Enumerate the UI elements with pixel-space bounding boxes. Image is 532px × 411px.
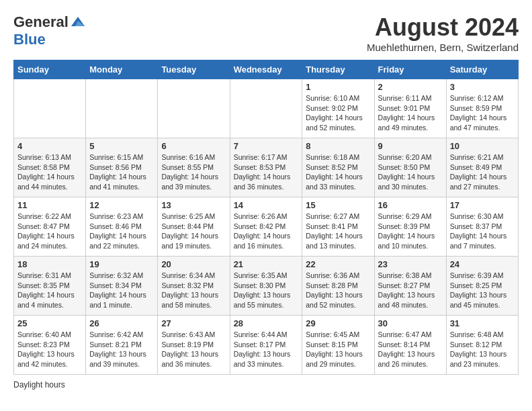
day-info: Sunrise: 6:43 AMSunset: 8:19 PMDaylight:… [161, 330, 226, 369]
calendar-cell: 14Sunrise: 6:26 AMSunset: 8:42 PMDayligh… [230, 197, 302, 257]
day-of-week-header: Saturday [446, 60, 518, 79]
day-info: Sunrise: 6:15 AMSunset: 8:56 PMDaylight:… [89, 152, 154, 192]
day-info: Sunrise: 6:32 AMSunset: 8:34 PMDaylight:… [89, 271, 154, 310]
day-number: 25 [17, 318, 82, 328]
logo: General Blue [13, 13, 86, 48]
day-info: Sunrise: 6:13 AMSunset: 8:58 PMDaylight:… [17, 152, 82, 192]
day-info: Sunrise: 6:11 AMSunset: 9:01 PMDaylight:… [378, 93, 443, 133]
day-info: Sunrise: 6:10 AMSunset: 9:02 PMDaylight:… [306, 93, 370, 133]
calendar-header-row: SundayMondayTuesdayWednesdayThursdayFrid… [14, 60, 519, 79]
logo-icon [70, 14, 86, 30]
day-info: Sunrise: 6:21 AMSunset: 8:49 PMDaylight:… [450, 152, 515, 192]
day-info: Sunrise: 6:42 AMSunset: 8:21 PMDaylight:… [89, 330, 154, 369]
calendar-cell: 17Sunrise: 6:30 AMSunset: 8:37 PMDayligh… [446, 197, 518, 257]
day-info: Sunrise: 6:38 AMSunset: 8:27 PMDaylight:… [378, 271, 443, 310]
day-info: Sunrise: 6:27 AMSunset: 8:41 PMDaylight:… [306, 212, 370, 251]
day-info: Sunrise: 6:23 AMSunset: 8:46 PMDaylight:… [89, 212, 154, 251]
calendar-cell: 13Sunrise: 6:25 AMSunset: 8:44 PMDayligh… [158, 197, 230, 257]
calendar-cell [86, 79, 158, 138]
day-number: 15 [306, 200, 370, 210]
calendar-cell: 19Sunrise: 6:32 AMSunset: 8:34 PMDayligh… [86, 257, 158, 316]
day-of-week-header: Tuesday [158, 60, 230, 79]
day-number: 26 [89, 318, 154, 328]
day-number: 17 [450, 200, 515, 210]
day-number: 27 [161, 318, 226, 328]
calendar-cell: 16Sunrise: 6:29 AMSunset: 8:39 PMDayligh… [374, 197, 446, 257]
day-info: Sunrise: 6:40 AMSunset: 8:23 PMDaylight:… [17, 330, 82, 369]
day-info: Sunrise: 6:34 AMSunset: 8:32 PMDaylight:… [161, 271, 226, 310]
calendar-table: SundayMondayTuesdayWednesdayThursdayFrid… [13, 60, 519, 375]
day-info: Sunrise: 6:22 AMSunset: 8:47 PMDaylight:… [17, 212, 82, 251]
day-info: Sunrise: 6:39 AMSunset: 8:25 PMDaylight:… [450, 271, 515, 310]
day-of-week-header: Thursday [302, 60, 374, 79]
day-number: 13 [161, 200, 226, 210]
calendar-cell: 5Sunrise: 6:15 AMSunset: 8:56 PMDaylight… [86, 138, 158, 197]
calendar-week-row: 1Sunrise: 6:10 AMSunset: 9:02 PMDaylight… [14, 79, 519, 138]
day-info: Sunrise: 6:12 AMSunset: 8:59 PMDaylight:… [450, 93, 515, 133]
day-info: Sunrise: 6:35 AMSunset: 8:30 PMDaylight:… [234, 271, 299, 310]
calendar-cell: 8Sunrise: 6:18 AMSunset: 8:52 PMDaylight… [302, 138, 374, 197]
day-number: 2 [378, 82, 443, 92]
calendar-cell: 4Sunrise: 6:13 AMSunset: 8:58 PMDaylight… [14, 138, 86, 197]
day-info: Sunrise: 6:31 AMSunset: 8:35 PMDaylight:… [17, 271, 82, 310]
header: General Blue August 2024 Muehlethurnen, … [13, 13, 519, 53]
day-info: Sunrise: 6:48 AMSunset: 8:12 PMDaylight:… [450, 330, 515, 369]
day-of-week-header: Friday [374, 60, 446, 79]
day-info: Sunrise: 6:17 AMSunset: 8:53 PMDaylight:… [234, 152, 299, 192]
calendar-week-row: 11Sunrise: 6:22 AMSunset: 8:47 PMDayligh… [14, 197, 519, 257]
calendar-cell [158, 79, 230, 138]
day-info: Sunrise: 6:30 AMSunset: 8:37 PMDaylight:… [450, 212, 515, 251]
day-number: 6 [161, 141, 226, 151]
day-number: 1 [306, 82, 370, 92]
day-number: 24 [450, 259, 515, 269]
day-number: 23 [378, 259, 443, 269]
calendar-cell: 23Sunrise: 6:38 AMSunset: 8:27 PMDayligh… [374, 257, 446, 316]
calendar-cell: 9Sunrise: 6:20 AMSunset: 8:50 PMDaylight… [374, 138, 446, 197]
day-info: Sunrise: 6:16 AMSunset: 8:55 PMDaylight:… [161, 152, 226, 192]
day-number: 10 [450, 141, 515, 151]
calendar-cell [230, 79, 302, 138]
calendar-week-row: 18Sunrise: 6:31 AMSunset: 8:35 PMDayligh… [14, 257, 519, 316]
calendar-cell: 15Sunrise: 6:27 AMSunset: 8:41 PMDayligh… [302, 197, 374, 257]
day-number: 9 [378, 141, 443, 151]
day-info: Sunrise: 6:47 AMSunset: 8:14 PMDaylight:… [378, 330, 443, 369]
day-number: 28 [234, 318, 299, 328]
day-of-week-header: Sunday [14, 60, 86, 79]
calendar-cell: 24Sunrise: 6:39 AMSunset: 8:25 PMDayligh… [446, 257, 518, 316]
day-number: 11 [17, 200, 82, 210]
logo-blue-text: Blue [13, 31, 46, 48]
calendar-cell: 28Sunrise: 6:44 AMSunset: 8:17 PMDayligh… [230, 316, 302, 375]
day-info: Sunrise: 6:36 AMSunset: 8:28 PMDaylight:… [306, 271, 370, 310]
calendar-cell: 25Sunrise: 6:40 AMSunset: 8:23 PMDayligh… [14, 316, 86, 375]
day-info: Sunrise: 6:45 AMSunset: 8:15 PMDaylight:… [306, 330, 370, 369]
day-number: 19 [89, 259, 154, 269]
calendar-cell: 29Sunrise: 6:45 AMSunset: 8:15 PMDayligh… [302, 316, 374, 375]
calendar-cell: 11Sunrise: 6:22 AMSunset: 8:47 PMDayligh… [14, 197, 86, 257]
day-number: 5 [89, 141, 154, 151]
calendar-cell: 20Sunrise: 6:34 AMSunset: 8:32 PMDayligh… [158, 257, 230, 316]
day-info: Sunrise: 6:18 AMSunset: 8:52 PMDaylight:… [306, 152, 370, 192]
calendar-cell: 22Sunrise: 6:36 AMSunset: 8:28 PMDayligh… [302, 257, 374, 316]
calendar-cell: 1Sunrise: 6:10 AMSunset: 9:02 PMDaylight… [302, 79, 374, 138]
calendar-cell: 26Sunrise: 6:42 AMSunset: 8:21 PMDayligh… [86, 316, 158, 375]
calendar-cell: 12Sunrise: 6:23 AMSunset: 8:46 PMDayligh… [86, 197, 158, 257]
day-number: 8 [306, 141, 370, 151]
day-number: 21 [234, 259, 299, 269]
calendar-cell: 21Sunrise: 6:35 AMSunset: 8:30 PMDayligh… [230, 257, 302, 316]
location-subtitle: Muehlethurnen, Bern, Switzerland [367, 42, 519, 53]
calendar-cell: 7Sunrise: 6:17 AMSunset: 8:53 PMDaylight… [230, 138, 302, 197]
calendar-week-row: 4Sunrise: 6:13 AMSunset: 8:58 PMDaylight… [14, 138, 519, 197]
day-number: 7 [234, 141, 299, 151]
day-info: Sunrise: 6:29 AMSunset: 8:39 PMDaylight:… [378, 212, 443, 251]
day-info: Sunrise: 6:26 AMSunset: 8:42 PMDaylight:… [234, 212, 299, 251]
day-number: 18 [17, 259, 82, 269]
calendar-cell: 27Sunrise: 6:43 AMSunset: 8:19 PMDayligh… [158, 316, 230, 375]
footer-note: Daylight hours [13, 380, 519, 390]
day-number: 29 [306, 318, 370, 328]
calendar-cell: 30Sunrise: 6:47 AMSunset: 8:14 PMDayligh… [374, 316, 446, 375]
calendar-cell [14, 79, 86, 138]
day-info: Sunrise: 6:20 AMSunset: 8:50 PMDaylight:… [378, 152, 443, 192]
day-number: 31 [450, 318, 515, 328]
calendar-cell: 3Sunrise: 6:12 AMSunset: 8:59 PMDaylight… [446, 79, 518, 138]
day-number: 14 [234, 200, 299, 210]
